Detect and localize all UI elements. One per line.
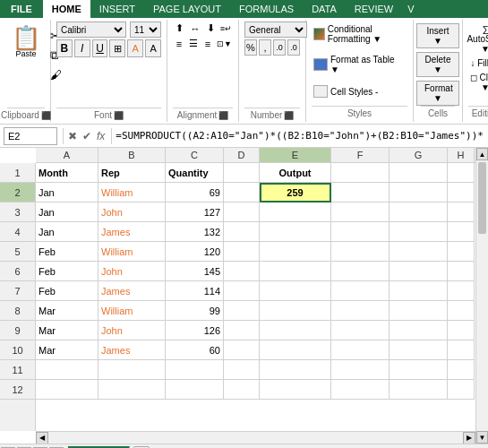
cell-C3[interactable]: 127 <box>166 202 224 222</box>
cell-A8[interactable]: Mar <box>36 301 98 321</box>
cell-F7[interactable] <box>331 281 390 301</box>
file-tab[interactable]: FILE <box>0 0 43 18</box>
delete-cells-button[interactable]: Delete ▼ <box>416 52 459 77</box>
cell-F5[interactable] <box>331 242 390 262</box>
cell-E8[interactable] <box>260 301 331 321</box>
col-header-F[interactable]: F <box>331 148 390 162</box>
cell-A7[interactable]: Feb <box>36 281 98 301</box>
col-header-G[interactable]: G <box>390 148 448 162</box>
cell-B11[interactable] <box>98 360 166 380</box>
cell-A6[interactable]: Feb <box>36 262 98 281</box>
cell-E11[interactable] <box>260 360 331 380</box>
wrap-text-button[interactable]: ≡↵ <box>219 22 233 35</box>
v-scroll-thumb[interactable] <box>478 162 486 234</box>
col-header-C[interactable]: C <box>166 148 224 162</box>
cell-G1[interactable] <box>390 163 448 183</box>
col-header-H[interactable]: H <box>448 148 475 162</box>
cell-C10[interactable]: 60 <box>166 340 224 360</box>
cell-C7[interactable]: 114 <box>166 281 224 301</box>
cell-H6[interactable] <box>448 262 475 281</box>
row-header-6[interactable]: 6 <box>0 262 35 281</box>
cell-E9[interactable] <box>260 321 331 340</box>
formula-input[interactable] <box>116 130 484 142</box>
cell-H3[interactable] <box>448 202 475 222</box>
cell-D5[interactable] <box>224 242 260 262</box>
cell-C9[interactable]: 126 <box>166 321 224 340</box>
decrease-decimal-button[interactable]: .0 <box>287 39 300 56</box>
cell-G11[interactable] <box>390 360 448 380</box>
align-right-button[interactable]: ≡ <box>201 37 214 50</box>
cell-F1[interactable] <box>331 163 390 183</box>
v-scrollbar[interactable]: ▲ ▼ <box>475 148 488 444</box>
cell-A4[interactable]: Jan <box>36 222 98 242</box>
cell-F2[interactable] <box>331 183 390 202</box>
cell-H2[interactable] <box>448 183 475 202</box>
cell-G10[interactable] <box>390 340 448 360</box>
cell-B1[interactable]: Rep <box>98 163 166 183</box>
cell-A1[interactable]: Month <box>36 163 98 183</box>
cell-E4[interactable] <box>260 222 331 242</box>
cell-B5[interactable]: William <box>98 242 166 262</box>
format-cells-button[interactable]: Format ▼ <box>416 81 459 106</box>
cell-C2[interactable]: 69 <box>166 183 224 202</box>
cell-E2[interactable]: 259 <box>260 183 331 202</box>
underline-button[interactable]: U <box>92 39 108 57</box>
autosum-button[interactable]: ∑ AutoSum ▼ <box>466 23 488 55</box>
v-scroll-down-btn[interactable]: ▼ <box>476 431 488 444</box>
tab-pagelayout[interactable]: PAGE LAYOUT <box>144 0 230 18</box>
bold-button[interactable]: B <box>56 39 73 57</box>
row-header-3[interactable]: 3 <box>0 202 35 222</box>
cell-G3[interactable] <box>390 202 448 222</box>
v-scroll-up-btn[interactable]: ▲ <box>476 148 488 160</box>
cell-G4[interactable] <box>390 222 448 242</box>
cell-A3[interactable]: Jan <box>36 202 98 222</box>
cell-F8[interactable] <box>331 301 390 321</box>
align-center-button[interactable]: ☰ <box>187 37 200 50</box>
cell-G6[interactable] <box>390 262 448 281</box>
cell-G7[interactable] <box>390 281 448 301</box>
italic-button[interactable]: I <box>74 39 90 57</box>
align-left-button[interactable]: ≡ <box>173 37 185 50</box>
col-header-B[interactable]: B <box>98 148 166 162</box>
h-scroll-right-btn[interactable]: ▶ <box>463 432 475 444</box>
cell-D3[interactable] <box>224 202 260 222</box>
clipboard-expand-icon[interactable]: ⬛ <box>41 111 51 120</box>
cell-G12[interactable] <box>390 380 448 400</box>
cell-H8[interactable] <box>448 301 475 321</box>
tab-more[interactable]: V <box>402 0 419 18</box>
cell-F4[interactable] <box>331 222 390 242</box>
tab-home[interactable]: HOME <box>43 0 90 18</box>
cell-C11[interactable] <box>166 360 224 380</box>
cell-F6[interactable] <box>331 262 390 281</box>
cell-F3[interactable] <box>331 202 390 222</box>
confirm-formula-icon[interactable]: ✔ <box>82 130 91 142</box>
cell-A9[interactable]: Mar <box>36 321 98 340</box>
paste-button[interactable]: 📋 Paste <box>7 23 45 61</box>
cell-H9[interactable] <box>448 321 475 340</box>
cell-H5[interactable] <box>448 242 475 262</box>
cell-A2[interactable]: Jan <box>36 183 98 202</box>
cell-C1[interactable]: Quantity <box>166 163 224 183</box>
cancel-formula-icon[interactable]: ✖ <box>68 130 77 142</box>
cell-B8[interactable]: William <box>98 301 166 321</box>
row-header-8[interactable]: 8 <box>0 301 35 321</box>
cell-E12[interactable] <box>260 380 331 400</box>
cell-H10[interactable] <box>448 340 475 360</box>
cell-H7[interactable] <box>448 281 475 301</box>
cell-C4[interactable]: 132 <box>166 222 224 242</box>
cell-D9[interactable] <box>224 321 260 340</box>
cell-A11[interactable] <box>36 360 98 380</box>
cell-A5[interactable]: Feb <box>36 242 98 262</box>
cell-B9[interactable]: John <box>98 321 166 340</box>
number-expand-icon[interactable]: ⬛ <box>284 111 294 120</box>
cell-C6[interactable]: 145 <box>166 262 224 281</box>
font-color-button[interactable]: A <box>145 39 161 57</box>
insert-cells-button[interactable]: Insert ▼ <box>416 23 459 48</box>
cell-E1[interactable]: Output <box>260 163 331 183</box>
clear-button[interactable]: ◻ Clear ▼ <box>466 72 488 93</box>
cell-F10[interactable] <box>331 340 390 360</box>
row-header-4[interactable]: 4 <box>0 222 35 242</box>
v-scroll-track[interactable] <box>476 160 488 431</box>
cell-H11[interactable] <box>448 360 475 380</box>
comma-button[interactable]: , <box>259 39 271 56</box>
